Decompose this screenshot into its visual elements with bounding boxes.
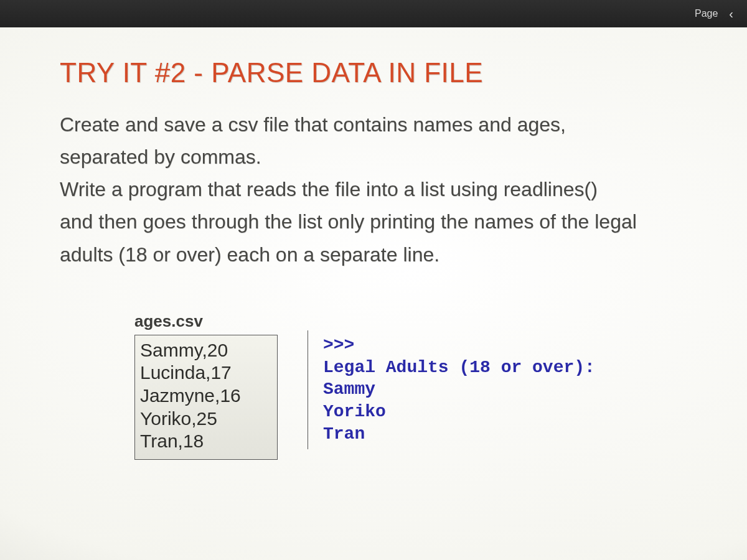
output-name: Tran — [323, 423, 595, 446]
slide-content: TRY IT #2 - PARSE DATA IN FILE Create an… — [0, 27, 747, 560]
csv-filename: ages.csv — [134, 312, 278, 331]
output-header: Legal Adults (18 or over): — [323, 357, 595, 379]
body-line: separated by commas. — [60, 143, 702, 170]
examples-row: ages.csv Sammy,20 Lucinda,17 Jazmyne,16 … — [134, 312, 702, 460]
csv-row: Jazmyne,16 — [140, 385, 265, 408]
page-label: Page — [695, 8, 718, 19]
csv-row: Lucinda,17 — [140, 362, 265, 385]
csv-row: Sammy,20 — [140, 339, 265, 362]
body-line: Write a program that reads the file into… — [60, 175, 702, 203]
csv-example: ages.csv Sammy,20 Lucinda,17 Jazmyne,16 … — [134, 312, 278, 460]
csv-box: Sammy,20 Lucinda,17 Jazmyne,16 Yoriko,25… — [134, 335, 278, 460]
output-name: Sammy — [323, 378, 595, 401]
csv-row: Tran,18 — [140, 430, 265, 453]
csv-row: Yoriko,25 — [140, 408, 265, 431]
body-line: adults (18 or over) each on a separate l… — [60, 241, 702, 268]
slide-body: Create and save a csv file that contains… — [60, 111, 702, 268]
output-name: Yoriko — [323, 401, 595, 423]
prev-page-icon[interactable]: ‹ — [726, 5, 736, 22]
console-output: >>> Legal Adults (18 or over): Sammy Yor… — [308, 330, 595, 449]
slide-title: TRY IT #2 - PARSE DATA IN FILE — [60, 57, 702, 88]
body-line: Create and save a csv file that contains… — [60, 111, 702, 138]
top-toolbar: Page ‹ — [0, 0, 747, 27]
body-line: and then goes through the list only prin… — [60, 208, 702, 235]
repl-prompt: >>> — [323, 334, 595, 357]
